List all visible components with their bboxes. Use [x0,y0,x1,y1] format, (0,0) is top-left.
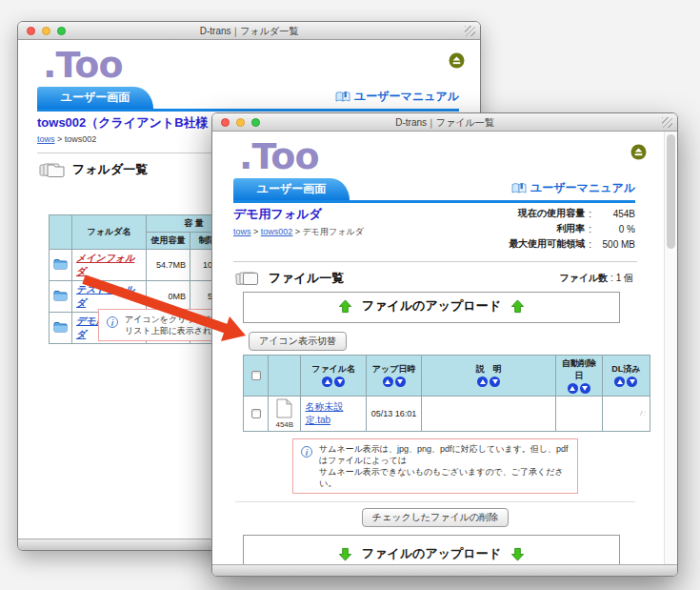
eject-icon [630,144,647,160]
sort-asc-icon[interactable] [477,376,488,387]
sort-asc-icon[interactable] [383,376,393,387]
stat-value: 0 % [591,222,635,237]
sort-desc-icon[interactable] [627,376,637,387]
sort-asc-icon[interactable] [568,383,578,394]
col-auto-delete: 自動削除日 [556,355,602,396]
user-manual-link[interactable]: ユーザーマニュアル [511,180,635,196]
page-title: tows002（クライアントB社様 ） [37,114,224,132]
sort-asc-icon[interactable] [322,376,332,387]
breadcrumb-link-tows[interactable]: tows [37,134,55,144]
window-title: D-trans｜フォルダ一覧 [18,22,480,40]
section-folder-list: フォルダ一覧 [39,161,148,178]
logout-eject-button[interactable] [449,52,465,69]
tab-user-screen[interactable]: ユーザー画面 [233,178,350,200]
file-icon[interactable] [276,398,292,418]
vertical-scrollbar[interactable] [664,132,677,564]
page-title: デモ用フォルダ [233,206,364,223]
select-all-checkbox[interactable] [251,371,261,380]
delete-checked-files-button[interactable]: チェックしたファイルの削除 [362,508,510,527]
tab-bar: ユーザー画面 ユーザーマニュアル [233,179,635,203]
book-icon [511,182,527,194]
stat-value: 500 MB [591,237,635,253]
breadcrumb-current: デモ用フォルダ [303,227,364,236]
sort-desc-icon[interactable] [395,376,406,387]
too-logo: .Too [43,44,469,86]
window-file-list: D-trans｜ファイル一覧 .Too ユーザー画面 [211,112,678,577]
sort-desc-icon[interactable] [334,376,345,387]
minimize-window-button[interactable] [236,118,245,127]
green-up-arrow-icon [510,299,525,314]
folder-icon[interactable] [53,321,68,333]
notice-line: サムネール表示できないものもございますので、ご了承ください。 [319,467,564,488]
usage-stats: 現在の使用容量:454B 利用率:0 % 最大使用可能領域:500 MB [505,207,635,253]
titlebar-file-list[interactable]: D-trans｜ファイル一覧 [212,113,677,132]
file-table: ファイル名 アップ日時 説 明 自動削除日 [243,355,650,432]
file-description [422,396,556,431]
file-row: 454B 名称未設定.tab 05/13 16:01 / : [244,396,650,431]
col-folder-name: フォルダ名 [72,215,147,250]
file-count: ファイル数 : 1 個 [559,272,633,285]
folder-stack-icon [39,162,66,178]
titlebar-folder-list[interactable]: D-trans｜フォルダ一覧 [18,22,480,40]
folder-icon[interactable] [53,258,68,270]
col-downloaded: DL済み [602,355,650,396]
breadcrumb: tows > tows002 > デモ用フォルダ [233,226,364,238]
file-icon-col [269,355,301,396]
col-upload-date: アップ日時 [366,355,421,396]
tab-user-screen[interactable]: ユーザー画面 [37,87,153,109]
close-window-button[interactable] [27,27,35,35]
scrollbar-thumb[interactable] [667,134,675,249]
folder-link[interactable]: テストフォルダ [76,284,134,308]
upload-banner-link[interactable]: ファイルのアップロード [243,292,620,323]
zoom-window-button[interactable] [57,27,66,35]
section-file-list: ファイル一覧 [235,270,344,287]
info-icon [107,316,118,328]
file-downloaded: / : [602,396,650,431]
minimize-window-button[interactable] [42,27,50,35]
upload-section-heading: ファイルのアップロード [244,541,619,564]
green-down-arrow-icon [338,547,352,561]
notice-line: アイコンをクリックする [125,315,221,324]
resize-grip-icon[interactable] [662,117,672,128]
col-used: 使用容量 [147,233,190,250]
stat-label: 最大使用可能領域 [505,237,585,253]
resize-grip-icon[interactable] [465,26,475,36]
info-icon [301,446,312,458]
stat-label: 現在の使用容量 [505,207,585,222]
window-title: D-trans｜ファイル一覧 [212,113,677,132]
breadcrumb: tows > tows002 [37,134,224,144]
folder-icon[interactable] [53,290,68,301]
divider [235,501,635,502]
logout-eject-button[interactable] [630,144,647,160]
file-stack-icon [235,271,262,287]
sort-desc-icon[interactable] [490,376,500,387]
folder-link[interactable]: メインフォルダ [76,253,134,276]
breadcrumb-link-tows[interactable]: tows [233,227,251,236]
book-icon [335,91,350,103]
file-size: 454B [272,420,296,429]
icon-view-toggle-button[interactable]: アイコン表示切替 [249,332,347,351]
file-checkbox[interactable] [251,409,261,418]
folder-used: 54.7MB [147,250,190,281]
folder-table-icon-col [50,215,72,250]
sort-asc-icon[interactable] [614,376,625,387]
sort-desc-icon[interactable] [580,383,590,394]
user-manual-link[interactable]: ユーザーマニュアル [335,89,459,105]
file-auto-delete [556,396,602,431]
breadcrumb-link-tows002[interactable]: tows002 [261,227,293,236]
window-bottom-bar [212,564,677,576]
breadcrumb-current: tows002 [65,134,97,144]
eject-icon [449,52,465,69]
close-window-button[interactable] [221,118,230,127]
notice-line: サムネール表示は、jpg、png、pdfに対応しています。但し、pdfはファイル… [319,444,569,465]
file-link[interactable]: 名称未設定.tab [305,401,343,425]
file-date: 05/13 16:01 [366,396,421,431]
col-filename: ファイル名 [301,355,366,396]
stat-label: 利用率 [505,222,585,237]
tab-bar: ユーザー画面 ユーザーマニュアル [37,88,459,112]
upload-section: ファイルのアップロード アップロードするファイルを指定 : ファイルを選択 ファ… [243,535,620,564]
green-up-arrow-icon [338,299,352,314]
too-logo: .Too [239,135,645,177]
col-description: 説 明 [422,355,556,396]
zoom-window-button[interactable] [251,118,260,127]
